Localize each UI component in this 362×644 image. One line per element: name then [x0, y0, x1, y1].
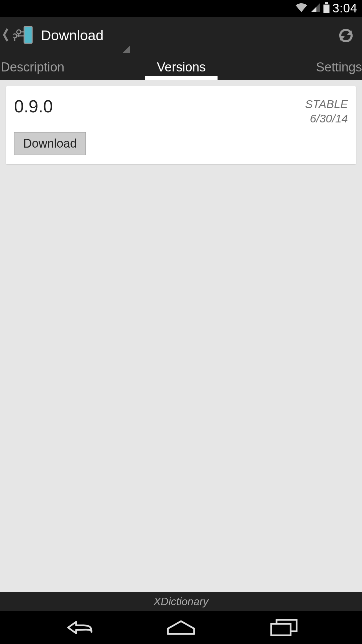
back-icon: [61, 619, 95, 637]
refresh-icon: [338, 27, 354, 44]
svg-point-5: [13, 34, 17, 38]
page-title[interactable]: Download: [41, 28, 104, 44]
tab-label: Settings: [316, 60, 362, 74]
svg-point-4: [17, 30, 21, 34]
xposed-app-icon: [13, 24, 34, 47]
module-name-footer: XDictionary: [0, 592, 362, 611]
tab-versions[interactable]: Versions: [121, 54, 241, 80]
refresh-button[interactable]: [336, 25, 356, 46]
back-chevron-icon: [3, 28, 9, 44]
status-time: 3:04: [333, 1, 357, 15]
svg-rect-2: [323, 5, 329, 13]
tabs: Description Versions Settings: [0, 54, 362, 80]
nav-home-button[interactable]: [161, 616, 201, 639]
module-name: XDictionary: [154, 595, 208, 608]
home-icon: [166, 619, 196, 636]
navigation-bar: [0, 611, 362, 644]
download-button[interactable]: Download: [14, 132, 86, 155]
cell-signal-icon: [310, 3, 320, 14]
version-card-header: 0.9.0 STABLE 6/30/14: [14, 96, 348, 125]
tab-settings[interactable]: Settings: [242, 54, 362, 80]
battery-icon: [323, 2, 330, 14]
status-bar: 3:04: [0, 0, 362, 17]
tab-label: Description: [1, 60, 64, 74]
version-number: 0.9.0: [14, 96, 53, 116]
nav-recent-button[interactable]: [264, 616, 304, 639]
recent-apps-icon: [270, 619, 298, 637]
svg-rect-0: [325, 2, 328, 4]
app-bar-nav[interactable]: [3, 24, 34, 47]
nav-back-button[interactable]: [58, 616, 98, 639]
content-area: 0.9.0 STABLE 6/30/14 Download: [0, 80, 362, 592]
version-channel: STABLE: [305, 97, 348, 111]
wifi-icon: [295, 3, 308, 14]
dropdown-indicator-icon[interactable]: [122, 46, 130, 53]
version-meta: STABLE 6/30/14: [305, 97, 348, 125]
svg-rect-6: [271, 624, 291, 635]
tab-description[interactable]: Description: [0, 54, 121, 80]
tab-label: Versions: [157, 60, 206, 74]
version-card[interactable]: 0.9.0 STABLE 6/30/14 Download: [6, 86, 356, 164]
svg-rect-3: [24, 26, 32, 43]
app-bar: Download: [0, 17, 362, 54]
version-date: 6/30/14: [305, 111, 348, 126]
